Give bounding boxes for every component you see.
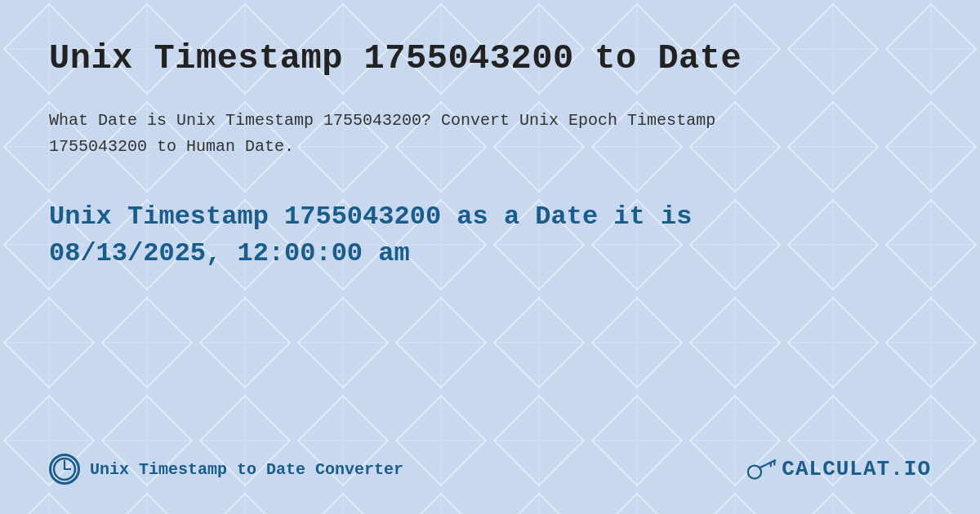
result-line1: Unix Timestamp 1755043200 as a Date it i… [49,202,692,232]
svg-line-12 [760,460,776,467]
footer-left: Unix Timestamp to Date Converter [49,454,403,485]
result-section: Unix Timestamp 1755043200 as a Date it i… [49,199,931,273]
clock-icon [49,454,80,485]
logo-text: CALCULAT.IO [782,457,931,481]
footer: Unix Timestamp to Date Converter CALCULA… [49,454,931,485]
logo: CALCULAT.IO [747,454,931,484]
result-line2: 08/13/2025, 12:00:00 am [49,238,410,268]
page-title: Unix Timestamp 1755043200 to Date [49,39,931,78]
result-text: Unix Timestamp 1755043200 as a Date it i… [49,199,931,273]
logo-icon [747,454,777,484]
page-description: What Date is Unix Timestamp 1755043200? … [49,108,784,160]
page-content: Unix Timestamp 1755043200 to Date What D… [0,0,980,514]
svg-point-8 [54,459,75,480]
footer-label: Unix Timestamp to Date Converter [90,460,403,479]
